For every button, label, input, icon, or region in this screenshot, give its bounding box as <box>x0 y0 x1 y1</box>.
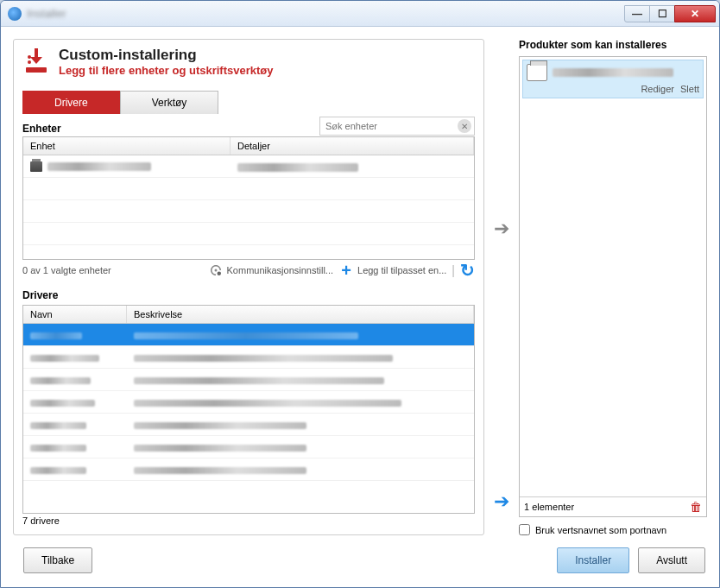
install-button[interactable]: Installer <box>557 547 629 573</box>
window-controls: — ☐ ✕ <box>625 5 716 22</box>
svg-rect-0 <box>26 67 47 73</box>
header-text: Custom-installering Legg til flere enhet… <box>59 47 274 77</box>
col-details[interactable]: Detaljer <box>231 137 474 155</box>
page-title: Custom-installering <box>59 47 274 64</box>
svg-point-2 <box>28 55 31 59</box>
install-item[interactable]: Rediger Slett <box>522 60 704 98</box>
right-panel: Produkter som kan installeres Rediger Sl… <box>519 39 707 535</box>
devices-tbody[interactable] <box>23 155 474 259</box>
clear-search-icon[interactable]: ✕ <box>458 119 471 133</box>
window-title: Installer <box>27 7 625 20</box>
hostname-checkbox-row[interactable]: Bruk vertsnavnet som portnavn <box>519 524 707 535</box>
minimize-button[interactable]: — <box>624 5 650 22</box>
search-box: ✕ <box>319 117 475 136</box>
search-input[interactable] <box>319 117 475 136</box>
table-row <box>23 200 474 223</box>
col-name[interactable]: Navn <box>23 306 127 323</box>
driver-row[interactable] <box>23 324 474 346</box>
trash-icon[interactable]: 🗑 <box>690 500 702 514</box>
device-details <box>237 163 358 172</box>
delete-link[interactable]: Slett <box>680 84 699 94</box>
devices-search-row: Enheter ✕ <box>22 114 475 138</box>
add-custom-link[interactable]: + Legg til tilpasset en... <box>338 262 446 278</box>
app-icon <box>8 7 22 21</box>
drivers-label: Drivere <box>22 289 475 301</box>
refresh-icon[interactable]: ↻ <box>460 260 475 281</box>
install-item-name <box>553 68 673 77</box>
install-list: Rediger Slett 1 elementer 🗑 <box>519 56 707 517</box>
printer-icon <box>527 64 547 81</box>
device-row[interactable] <box>23 155 474 178</box>
install-icon <box>22 47 50 74</box>
arrow-right-device[interactable]: ➔ <box>494 219 509 238</box>
svg-point-3 <box>214 269 217 272</box>
driver-row[interactable] <box>23 346 474 369</box>
elements-count: 1 elementer <box>524 502 574 512</box>
col-description[interactable]: Beskrivelse <box>127 306 474 323</box>
separator: | <box>452 263 455 277</box>
transfer-arrows: ➔ ➔ <box>491 39 512 535</box>
install-item-actions: Rediger Slett <box>527 84 699 94</box>
devices-status: 0 av 1 valgte enheter <box>22 265 111 275</box>
device-icon <box>30 161 42 172</box>
edit-link[interactable]: Rediger <box>641 84 674 94</box>
devices-table: Enhet Detaljer <box>22 136 475 260</box>
close-button[interactable]: ✕ <box>674 5 716 22</box>
content-area: Custom-installering Legg til flere enhet… <box>1 27 719 587</box>
drivers-tbody <box>23 324 474 513</box>
back-button[interactable]: Tilbake <box>23 547 92 573</box>
tab-tools[interactable]: Verktøy <box>120 91 219 114</box>
arrow-right-driver[interactable]: ➔ <box>494 492 509 511</box>
drivers-count: 7 drivere <box>22 515 475 526</box>
tab-bar: Drivere Verktøy <box>22 91 475 114</box>
col-device[interactable]: Enhet <box>23 137 231 155</box>
plus-icon: + <box>338 262 354 278</box>
installable-title: Produkter som kan installeres <box>519 39 707 51</box>
svg-point-4 <box>217 272 221 276</box>
driver-row[interactable] <box>23 369 474 391</box>
hostname-checkbox[interactable] <box>519 524 530 535</box>
comm-settings-link[interactable]: Kommunikasjonsinnstill... <box>208 262 334 278</box>
comm-settings-label: Kommunikasjonsinnstill... <box>227 265 334 275</box>
maximize-button[interactable]: ☐ <box>649 5 675 22</box>
titlebar[interactable]: Installer — ☐ ✕ <box>1 1 719 27</box>
driver-row[interactable] <box>23 436 474 458</box>
add-custom-label: Legg til tilpasset en... <box>357 265 446 275</box>
broadcast-icon <box>208 262 224 278</box>
left-panel: Custom-installering Legg til flere enhet… <box>13 39 484 535</box>
table-row <box>23 223 474 245</box>
table-row <box>23 178 474 200</box>
device-name <box>47 162 151 171</box>
devices-label: Enheter <box>22 123 319 135</box>
bottom-bar: Tilbake Installer Avslutt <box>13 544 707 575</box>
svg-point-1 <box>28 60 31 64</box>
devices-actions: 0 av 1 valgte enheter Kommunikasjonsinns… <box>22 260 475 281</box>
install-footer: 1 elementer 🗑 <box>520 496 706 516</box>
driver-row[interactable] <box>23 414 474 436</box>
driver-row[interactable] <box>23 458 474 481</box>
installer-window: Installer — ☐ ✕ Custom-installering Legg… <box>0 0 720 588</box>
page-subtitle: Legg til flere enheter og utskriftsverkt… <box>59 64 274 77</box>
main-area: Custom-installering Legg til flere enhet… <box>13 39 707 535</box>
drivers-scroll[interactable] <box>23 324 474 513</box>
drivers-thead: Navn Beskrivelse <box>23 306 474 324</box>
drivers-table: Navn Beskrivelse <box>22 305 475 514</box>
hostname-label: Bruk vertsnavnet som portnavn <box>535 525 666 535</box>
tab-drivers[interactable]: Drivere <box>22 91 120 114</box>
devices-thead: Enhet Detaljer <box>23 137 474 155</box>
exit-button[interactable]: Avslutt <box>638 547 705 573</box>
page-header: Custom-installering Legg til flere enhet… <box>22 47 475 77</box>
driver-row[interactable] <box>23 391 474 414</box>
